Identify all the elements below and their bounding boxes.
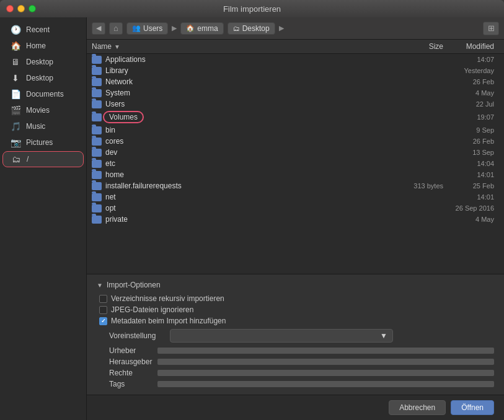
rechte-input[interactable] <box>157 370 494 376</box>
file-list-container[interactable]: Name ▼ Size Modified Applications 14:07 <box>87 40 504 274</box>
folder-icon <box>92 56 102 64</box>
file-modified-cell: Yesterday <box>443 67 499 74</box>
recent-icon: 🕐 <box>10 25 21 35</box>
table-row[interactable]: Network 26 Feb <box>87 76 504 87</box>
table-row[interactable]: cores 26 Feb <box>87 136 504 147</box>
sidebar-item-desktop1[interactable]: 🖥 Desktop <box>2 55 84 69</box>
location-icon-btn[interactable]: ⌂ <box>109 22 123 35</box>
window-controls[interactable] <box>6 5 36 12</box>
table-row[interactable]: Applications 14:07 <box>87 54 504 65</box>
file-name-cell: Network <box>92 77 394 86</box>
desktop-bc-icon: 🗂 <box>233 25 240 32</box>
table-row[interactable]: Users 22 Jul <box>87 98 504 110</box>
sidebar-item-pictures[interactable]: 📷 Pictures <box>2 135 84 150</box>
table-row[interactable]: bin 9 Sep <box>87 125 504 136</box>
jpeg-checkbox[interactable] <box>99 306 107 314</box>
file-name-cell: dev <box>92 148 394 157</box>
emma-bc-icon: 🏠 <box>186 24 195 32</box>
table-row[interactable]: installer.failurerequests 313 bytes 25 F… <box>87 180 504 191</box>
table-row[interactable]: home 14:01 <box>87 169 504 180</box>
file-modified-cell: 4 May <box>443 216 499 223</box>
folder-icon <box>92 138 102 146</box>
size-column-header[interactable]: Size <box>394 42 443 51</box>
close-button[interactable] <box>6 5 14 12</box>
file-modified-cell: 22 Jul <box>443 100 499 108</box>
breadcrumb-emma[interactable]: 🏠 emma <box>180 22 223 35</box>
back-button[interactable]: ◀ <box>92 22 105 35</box>
folder-icon <box>92 149 102 157</box>
sidebar-item-desktop2[interactable]: ⬇ Desktop <box>2 71 84 85</box>
herausgeber-input[interactable] <box>157 359 494 365</box>
breadcrumb-users[interactable]: 👥 Users <box>126 22 168 35</box>
open-button[interactable]: Öffnen <box>451 400 494 415</box>
file-name-cell: Users <box>92 100 394 108</box>
recursive-checkbox[interactable] <box>99 295 107 303</box>
tags-input[interactable] <box>157 381 494 387</box>
file-modified-cell: 14:01 <box>443 171 499 178</box>
table-row[interactable]: etc 14:04 <box>87 158 504 169</box>
cancel-button[interactable]: Abbrechen <box>389 400 446 415</box>
table-row[interactable]: System 4 May <box>87 87 504 98</box>
checkbox-row-recursive: Verzeichnisse rekursiv importieren <box>97 294 494 303</box>
sidebar-item-documents[interactable]: 📄 Documents <box>2 87 84 102</box>
sort-arrow-icon: ▼ <box>114 43 120 50</box>
file-modified-cell: 26 Feb <box>443 138 499 145</box>
file-modified-cell: 26 Feb <box>443 78 499 85</box>
sidebar-item-home[interactable]: 🏠 Home <box>2 38 84 53</box>
checkbox-row-jpeg: JPEG-Dateien ignorieren <box>97 305 494 314</box>
content-area: ◀ ⌂ 👥 Users ▶ 🏠 emma 🗂 Desktop ▶ ⊞ <box>87 17 504 420</box>
documents-icon: 📄 <box>10 89 21 99</box>
pictures-icon: 📷 <box>10 138 21 147</box>
breadcrumb-arrow1: ▶ <box>172 24 177 32</box>
import-options-panel: ▼ Import-Optionen Verzeichnisse rekursiv… <box>87 274 504 395</box>
folder-icon <box>92 193 102 201</box>
table-row-volumes[interactable]: Volumes 19:07 <box>87 110 504 125</box>
table-row[interactable]: private 4 May <box>87 214 504 225</box>
file-name-cell: cores <box>92 137 394 146</box>
folder-icon <box>92 160 102 168</box>
folder-icon <box>92 182 102 190</box>
sidebar-item-root[interactable]: 🗂 / <box>2 151 84 167</box>
file-name-cell: System <box>92 89 394 97</box>
home-icon: 🏠 <box>10 41 21 51</box>
metadata-checkbox[interactable] <box>99 317 107 325</box>
desktop1-icon: 🖥 <box>10 57 21 67</box>
table-row[interactable]: dev 13 Sep <box>87 147 504 158</box>
file-modified-cell: 25 Feb <box>443 182 499 190</box>
desktop2-icon: ⬇ <box>10 73 21 83</box>
folder-icon <box>92 89 102 97</box>
file-name-cell: bin <box>92 126 394 134</box>
action-buttons: Abbrechen Öffnen <box>87 395 504 420</box>
import-options-toggle[interactable]: ▼ Import-Optionen <box>97 281 494 289</box>
folder-icon <box>92 100 102 108</box>
file-name-cell: installer.failurerequests <box>92 182 394 190</box>
urheber-input[interactable] <box>157 348 494 354</box>
folder-icon <box>92 78 102 86</box>
file-modified-cell: 4 May <box>443 89 499 97</box>
breadcrumb-desktop[interactable]: 🗂 Desktop <box>228 22 275 35</box>
preset-select[interactable]: ▼ <box>170 329 393 343</box>
users-bc-icon: 👥 <box>132 24 141 32</box>
minimize-button[interactable] <box>17 5 25 12</box>
file-name-cell: Applications <box>92 55 394 64</box>
file-modified-cell: 19:07 <box>443 113 499 121</box>
music-icon: 🎵 <box>10 121 21 131</box>
breadcrumb-arrow2: ▶ <box>279 24 284 32</box>
table-row[interactable]: Library Yesterday <box>87 65 504 76</box>
movies-icon: 🎬 <box>10 105 21 115</box>
new-folder-button[interactable]: ⊞ <box>483 22 499 35</box>
sidebar-item-recent[interactable]: 🕐 Recent <box>2 22 84 37</box>
window-title: Film importieren <box>223 4 281 14</box>
sidebar-item-music[interactable]: 🎵 Music <box>2 119 84 134</box>
table-row[interactable]: net 14:01 <box>87 191 504 203</box>
file-modified-cell: 26 Sep 2016 <box>443 204 499 212</box>
table-row[interactable]: opt 26 Sep 2016 <box>87 203 504 214</box>
folder-icon <box>92 204 102 212</box>
file-list-header: Name ▼ Size Modified <box>87 40 504 54</box>
file-name-cell: Library <box>92 66 394 75</box>
title-bar: Film importieren <box>0 0 504 17</box>
maximize-button[interactable] <box>29 5 36 12</box>
modified-column-header[interactable]: Modified <box>443 42 499 51</box>
sidebar-item-movies[interactable]: 🎬 Movies <box>2 103 84 118</box>
name-column-header[interactable]: Name ▼ <box>92 42 394 51</box>
